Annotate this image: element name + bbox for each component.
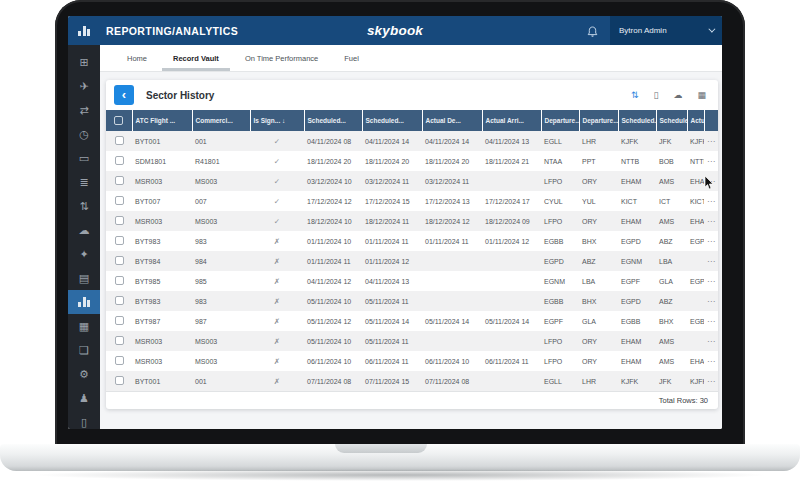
row-actions-cell: ⋯ <box>704 211 718 231</box>
row-checkbox[interactable] <box>115 296 124 305</box>
datetime-cell: 04/11/2024 14 <box>362 131 422 151</box>
sidebar-item-messages-icon[interactable]: ❏ <box>68 338 100 362</box>
sidebar-item-flight-ops-icon[interactable]: ⇄ <box>68 98 100 122</box>
airport-code-cell: EHAM <box>687 211 704 231</box>
sidebar-item-dashboard-grid-icon[interactable]: ⊞ <box>68 50 100 74</box>
column-header[interactable]: Scheduled... <box>656 110 687 131</box>
row-menu-button[interactable]: ⋯ <box>707 257 715 266</box>
datetime-cell: 04/11/2024 08 <box>304 131 362 151</box>
row-menu-button[interactable]: ⋯ <box>707 197 715 206</box>
sector-transfer-icon: ⇅ <box>79 201 88 212</box>
tab-fuel[interactable]: Fuel <box>331 45 372 71</box>
row-checkbox[interactable] <box>115 156 124 165</box>
row-checkbox[interactable] <box>115 336 124 345</box>
column-header[interactable]: Scheduled... <box>304 110 362 131</box>
row-actions-cell: ⋯ <box>704 351 718 371</box>
atc-flight-cell: BYT984 <box>132 251 192 271</box>
table-row[interactable]: MSR003MS003✗05/11/2024 1005/11/2024 11LF… <box>106 331 718 351</box>
sidebar-item-weather-icon[interactable]: ☁ <box>68 218 100 242</box>
commercial-flight-cell: 001 <box>192 131 250 151</box>
table-row[interactable]: BYT985985✗04/11/2024 1204/11/2024 13EGNM… <box>106 271 718 291</box>
table-row[interactable]: MSR003MS003✗06/11/2024 1006/11/2024 1106… <box>106 351 718 371</box>
row-checkbox[interactable] <box>115 276 124 285</box>
sidebar-item-world-clock-icon[interactable]: ◷ <box>68 122 100 146</box>
cloud-icon[interactable]: ☁ <box>673 91 682 100</box>
sidebar-item-notices-icon[interactable]: ✦ <box>68 242 100 266</box>
user-menu[interactable]: Bytron Admin <box>610 16 722 45</box>
sidebar-item-library-icon[interactable]: ▦ <box>68 314 100 338</box>
table-row[interactable]: BYT984984✗01/11/2024 1101/11/2024 12EGPD… <box>106 251 718 271</box>
table-row[interactable]: MSR003MS003✓18/12/2024 1018/12/2024 1118… <box>106 211 718 231</box>
bell-icon[interactable] <box>587 24 598 42</box>
row-menu-button[interactable]: ⋯ <box>707 217 715 226</box>
sync-icon[interactable]: ⇅ <box>631 91 639 100</box>
total-rows-label: Total Rows: 30 <box>659 396 708 405</box>
column-header[interactable]: Scheduled... <box>362 110 422 131</box>
airport-code-cell: ABZ <box>656 231 687 251</box>
row-menu-button[interactable]: ⋯ <box>707 157 715 166</box>
table-row[interactable]: BYT001001✓04/11/2024 0804/11/2024 1404/1… <box>106 131 718 151</box>
row-checkbox[interactable] <box>115 356 124 365</box>
datetime-cell: 05/11/2024 14 <box>422 311 482 331</box>
column-header[interactable]: Departure... <box>541 110 579 131</box>
row-menu-button[interactable]: ⋯ <box>707 357 715 366</box>
table-row[interactable]: BYT007007✓17/12/2024 1217/12/2024 1517/1… <box>106 191 718 211</box>
row-menu-button[interactable]: ⋯ <box>707 277 715 286</box>
checkbox-cell <box>106 311 132 331</box>
row-checkbox[interactable] <box>115 136 124 145</box>
select-all-checkbox[interactable] <box>114 116 123 125</box>
row-checkbox[interactable] <box>115 376 124 385</box>
back-button[interactable]: ‹ <box>114 85 134 105</box>
sector-history-card: ‹ Sector History ⇅▯☁▦ ATC Flight ...Comm… <box>106 80 718 409</box>
column-header[interactable]: Actual Arri... <box>482 110 541 131</box>
sidebar-item-crew-briefing-icon[interactable]: ▭ <box>68 146 100 170</box>
tab-on-time-performance[interactable]: On Time Performance <box>232 45 331 71</box>
row-menu-button[interactable]: ⋯ <box>707 337 715 346</box>
atc-flight-cell: MSR003 <box>132 351 192 371</box>
sidebar-item-users-icon[interactable]: ♟ <box>68 386 100 410</box>
airport-code-cell: AMS <box>656 351 687 371</box>
table-row[interactable]: MSR003MS003✓03/12/2024 1003/12/2024 1103… <box>106 171 718 191</box>
sidebar-item-settings-icon[interactable]: ⚙ <box>68 362 100 386</box>
is-signed-cell: ✗ <box>250 271 304 291</box>
tablet-icon[interactable]: ▯ <box>654 91 659 100</box>
table-row[interactable]: BYT983983✗01/11/2024 1001/11/2024 1101/1… <box>106 231 718 251</box>
grid-icon[interactable]: ▦ <box>697 91 706 100</box>
sidebar-item-documents-icon[interactable]: ▯ <box>68 410 100 429</box>
sidebar-item-sector-transfer-icon[interactable]: ⇅ <box>68 194 100 218</box>
row-checkbox[interactable] <box>115 256 124 265</box>
row-menu-button[interactable]: ⋯ <box>707 377 715 386</box>
column-header[interactable]: ATC Flight ... <box>132 110 192 131</box>
table-row[interactable]: BYT987987✗05/11/2024 1205/11/2024 1405/1… <box>106 311 718 331</box>
row-menu-button[interactable]: ⋯ <box>707 237 715 246</box>
row-menu-button[interactable]: ⋯ <box>707 317 715 326</box>
row-menu-button[interactable]: ⋯ <box>707 297 715 306</box>
column-header-actions <box>704 110 718 131</box>
sidebar-item-flight-planning-icon[interactable]: ✈ <box>68 74 100 98</box>
row-checkbox[interactable] <box>115 216 124 225</box>
tab-home[interactable]: Home <box>114 45 160 71</box>
notices-icon: ✦ <box>79 249 88 260</box>
sidebar-item-archive-icon[interactable]: ▤ <box>68 266 100 290</box>
select-all-header-cell <box>106 110 132 131</box>
sidebar-item-journey-log-icon[interactable]: ≣ <box>68 170 100 194</box>
column-header[interactable]: Commerci... <box>192 110 250 131</box>
column-header[interactable]: Actu <box>687 110 704 131</box>
column-header[interactable]: Departure... <box>579 110 618 131</box>
column-header[interactable]: Is Sign... ↓ <box>250 110 304 131</box>
datetime-cell: 18/11/2024 20 <box>304 151 362 171</box>
sidebar-item-reporting-analytics-icon[interactable] <box>68 290 100 314</box>
datetime-cell: 17/12/2024 17 <box>482 191 541 211</box>
tab-record-vault[interactable]: Record Vault <box>160 45 232 71</box>
row-menu-button[interactable]: ⋯ <box>707 137 715 146</box>
table-row[interactable]: BYT983983✗05/11/2024 1005/11/2024 11EGBB… <box>106 291 718 311</box>
row-checkbox[interactable] <box>115 176 124 185</box>
row-checkbox[interactable] <box>115 316 124 325</box>
column-header[interactable]: Actual De... <box>422 110 482 131</box>
table-row[interactable]: SDM1801R41801✓18/11/2024 2018/11/2024 20… <box>106 151 718 171</box>
row-checkbox[interactable] <box>115 196 124 205</box>
datetime-cell: 17/12/2024 15 <box>362 191 422 211</box>
column-header[interactable]: Scheduled... <box>618 110 656 131</box>
table-row[interactable]: BYT001001✗07/11/2024 0807/11/2024 1507/1… <box>106 371 718 391</box>
row-checkbox[interactable] <box>115 236 124 245</box>
